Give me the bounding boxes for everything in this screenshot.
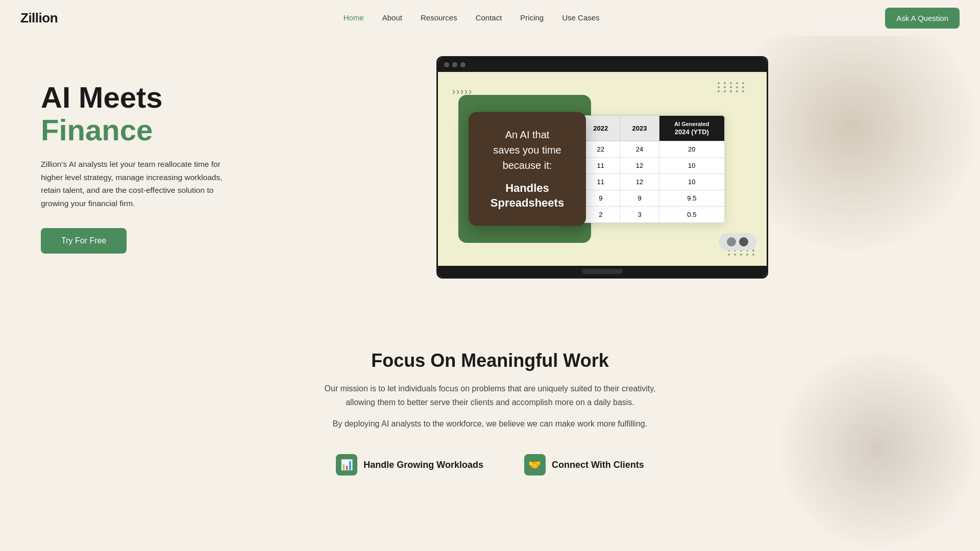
ai-card-feature: HandlesSpreadsheets <box>479 181 576 210</box>
cell-ytd: 20 <box>659 141 724 157</box>
cell-ytd: 10 <box>659 173 724 190</box>
workloads-icon: 📊 <box>336 454 357 475</box>
hero-title-line1: AI Meets <box>41 81 245 114</box>
hero-title-line2: Finance <box>41 113 245 147</box>
data-table: 2022 2023 AI Generated 2024 (YTD) <box>561 115 725 223</box>
dot2 <box>452 62 457 67</box>
nav-pricing[interactable]: Pricing <box>520 13 544 22</box>
features-row: 📊 Handle Growing Workloads 🤝 Connect Wit… <box>82 454 898 475</box>
workloads-label: Handle Growing Workloads <box>363 460 483 470</box>
cell-ytd: 0.5 <box>659 206 724 222</box>
dots-top-right <box>718 82 746 92</box>
cell-ytd: 10 <box>659 157 724 173</box>
logo[interactable]: Zillion <box>20 10 58 26</box>
cell-2022: 11 <box>581 157 620 173</box>
feature-clients: 🤝 Connect With Clients <box>524 454 644 475</box>
focus-section: Focus On Meaningful Work Our mission is … <box>0 309 980 506</box>
nav-about[interactable]: About <box>382 13 402 22</box>
dot1 <box>444 62 449 67</box>
table-row: 11 12 10 <box>562 173 725 190</box>
dot3 <box>460 62 465 67</box>
cell-2022: 22 <box>581 141 620 157</box>
table-row: 9 9 9.5 <box>562 190 725 206</box>
table-row: 11 12 10 <box>562 157 725 173</box>
ai-feature-card: An AI that saves you time because it: Ha… <box>469 112 586 226</box>
toggle-button[interactable] <box>719 233 756 251</box>
laptop-bottom <box>438 266 767 277</box>
col-header-ytd: AI Generated 2024 (YTD) <box>659 115 724 141</box>
cell-2022: 9 <box>581 190 620 206</box>
cell-2023: 12 <box>620 173 659 190</box>
clients-label: Connect With Clients <box>552 460 644 470</box>
col-header-2022: 2022 <box>581 115 620 141</box>
navbar: Zillion Home About Resources Contact Pri… <box>0 0 980 36</box>
cell-2023: 3 <box>620 206 659 222</box>
hero-description: Zillion's AI analysts let your team real… <box>41 158 225 210</box>
toggle-on <box>739 237 748 246</box>
nav-links: Home About Resources Contact Pricing Use… <box>344 13 600 22</box>
laptop-frame: ››››› An AI that saves you time because … <box>436 56 768 279</box>
ai-generated-label: AI Generated <box>667 121 717 127</box>
nav-contact[interactable]: Contact <box>476 13 502 22</box>
laptop-screen: ››››› An AI that saves you time because … <box>438 72 767 266</box>
ai-card-text: An AI that saves you time because it: <box>479 127 576 173</box>
nav-use-cases[interactable]: Use Cases <box>562 13 599 22</box>
hero-left: AI Meets Finance Zillion's AI analysts l… <box>41 81 265 254</box>
col-header-2023: 2023 <box>620 115 659 141</box>
ask-question-button[interactable]: Ask A Question <box>885 8 960 29</box>
hero-right: ››››› An AI that saves you time because … <box>265 56 939 279</box>
focus-title: Focus On Meaningful Work <box>82 350 898 371</box>
feature-workloads: 📊 Handle Growing Workloads <box>336 454 483 475</box>
focus-description2: By deploying AI analysts to the workforc… <box>82 419 898 429</box>
cell-2022: 11 <box>581 173 620 190</box>
try-for-free-button[interactable]: Try For Free <box>41 228 127 254</box>
table-row: 22 24 20 <box>562 141 725 157</box>
laptop-notch <box>582 269 623 274</box>
table-row: 2 3 0.5 <box>562 206 725 222</box>
hero-section: AI Meets Finance Zillion's AI analysts l… <box>0 0 980 309</box>
toggle-off <box>727 237 736 246</box>
cell-2023: 24 <box>620 141 659 157</box>
clients-icon: 🤝 <box>524 454 546 475</box>
cell-2023: 9 <box>620 190 659 206</box>
laptop-topbar <box>438 58 767 72</box>
nav-home[interactable]: Home <box>344 13 364 22</box>
cell-ytd: 9.5 <box>659 190 724 206</box>
focus-description1: Our mission is to let individuals focus … <box>311 382 669 409</box>
nav-resources[interactable]: Resources <box>421 13 457 22</box>
cell-2022: 2 <box>581 206 620 222</box>
cell-2023: 12 <box>620 157 659 173</box>
ytd-label: 2024 (YTD) <box>667 128 717 136</box>
spreadsheet-table: 2022 2023 AI Generated 2024 (YTD) <box>561 115 725 223</box>
